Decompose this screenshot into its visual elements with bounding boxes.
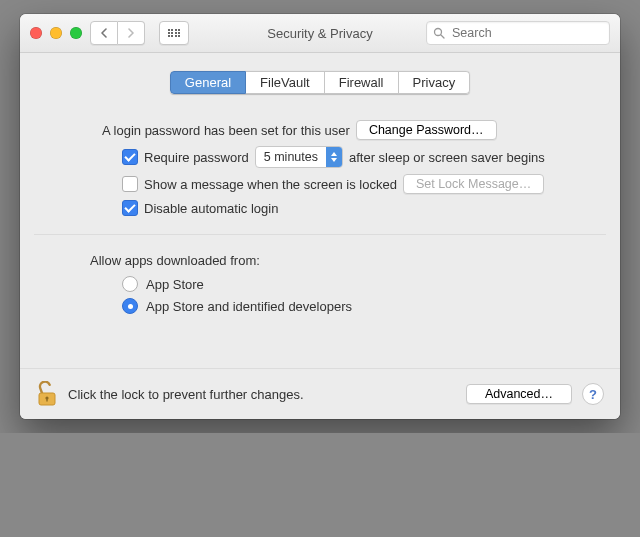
section-divider [34,234,606,235]
back-button[interactable] [90,21,118,45]
content-area: General FileVault Firewall Privacy A log… [20,53,620,368]
show-message-label: Show a message when the screen is locked [144,177,397,192]
show-message-checkbox[interactable] [122,176,138,192]
allow-appstore-label: App Store [146,277,204,292]
require-password-delay-popup[interactable]: 5 minutes [255,146,343,168]
preferences-window: Security & Privacy General FileVault Fir… [20,14,620,419]
disable-auto-login-label: Disable automatic login [144,201,278,216]
login-password-row: A login password has been set for this u… [102,120,586,140]
titlebar: Security & Privacy [20,14,620,53]
chevron-right-icon [127,28,135,38]
unlocked-padlock-icon [36,381,58,407]
login-password-set-label: A login password has been set for this u… [102,123,350,138]
disable-auto-login-checkbox[interactable] [122,200,138,216]
svg-line-1 [441,35,444,38]
search-icon [433,27,445,39]
tab-bar: General FileVault Firewall Privacy [34,71,606,94]
change-password-button[interactable]: Change Password… [356,120,497,140]
chevron-left-icon [100,28,108,38]
svg-point-0 [435,29,442,36]
close-window-button[interactable] [30,27,42,39]
minimize-window-button[interactable] [50,27,62,39]
require-password-checkbox[interactable] [122,149,138,165]
tab-firewall[interactable]: Firewall [325,71,399,94]
zoom-window-button[interactable] [70,27,82,39]
advanced-button[interactable]: Advanced… [466,384,572,404]
general-panel: A login password has been set for this u… [34,108,606,368]
show-all-button[interactable] [159,21,189,45]
show-message-row: Show a message when the screen is locked… [122,174,586,194]
require-password-suffix-label: after sleep or screen saver begins [349,150,545,165]
tab-general[interactable]: General [170,71,246,94]
search-input[interactable] [450,25,603,41]
require-password-delay-value: 5 minutes [256,147,326,167]
updown-arrows-icon [326,147,342,167]
forward-button[interactable] [118,21,145,45]
lock-button[interactable] [36,381,58,407]
tab-filevault[interactable]: FileVault [246,71,325,94]
window-controls [30,27,82,39]
tab-privacy[interactable]: Privacy [399,71,471,94]
require-password-label: Require password [144,150,249,165]
allow-apps-heading: Allow apps downloaded from: [90,253,586,268]
svg-rect-4 [46,398,47,402]
allow-identified-option[interactable]: App Store and identified developers [122,298,586,314]
allow-identified-radio[interactable] [122,298,138,314]
search-field[interactable] [426,21,610,45]
nav-back-forward [90,21,145,45]
help-button[interactable]: ? [582,383,604,405]
allow-identified-label: App Store and identified developers [146,299,352,314]
disable-auto-login-row: Disable automatic login [122,200,586,216]
set-lock-message-button: Set Lock Message… [403,174,544,194]
allow-appstore-option[interactable]: App Store [122,276,586,292]
allow-appstore-radio[interactable] [122,276,138,292]
lock-hint-label: Click the lock to prevent further change… [68,387,304,402]
grid-icon [168,29,180,38]
require-password-row: Require password 5 minutes after sleep o… [122,146,586,168]
footer: Click the lock to prevent further change… [20,368,620,419]
